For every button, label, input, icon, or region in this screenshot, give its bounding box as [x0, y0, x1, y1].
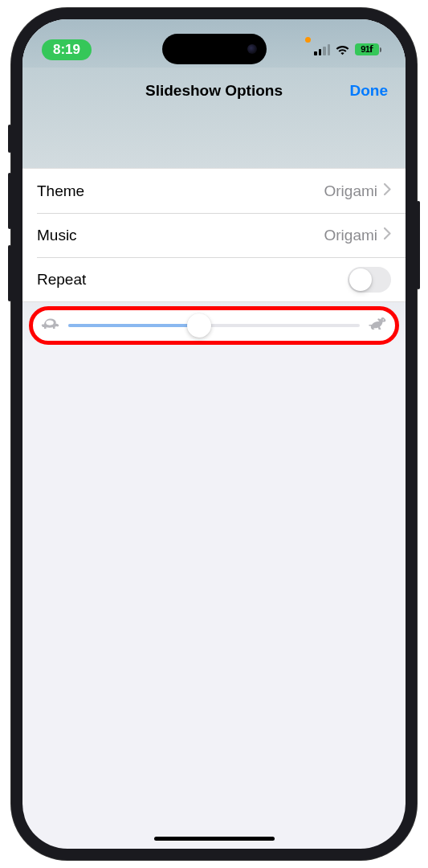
cellular-signal-icon [314, 44, 330, 55]
status-time: 8:19 [42, 39, 92, 60]
volume-up-button [8, 173, 11, 229]
toggle-knob [349, 268, 372, 291]
battery-indicator: 91𝗳 [355, 43, 381, 55]
music-value: Origami [324, 227, 377, 244]
power-button [417, 201, 420, 289]
home-indicator[interactable] [154, 837, 275, 841]
header-area: 8:19 91𝗳 [22, 19, 406, 345]
repeat-toggle[interactable] [348, 267, 391, 293]
content-area: Theme Origami Music Origami [22, 124, 406, 345]
speed-slider-row [41, 317, 387, 334]
slider-fill [68, 324, 199, 327]
screen: 8:19 91𝗳 [22, 19, 406, 849]
turtle-icon [41, 317, 60, 334]
volume-down-button [8, 245, 11, 301]
slider-thumb[interactable] [187, 313, 211, 338]
done-button[interactable]: Done [350, 82, 389, 100]
theme-label: Theme [37, 182, 324, 200]
device-frame: 8:19 91𝗳 [11, 8, 417, 860]
music-label: Music [37, 227, 324, 244]
rabbit-icon [368, 317, 387, 334]
speed-slider[interactable] [68, 324, 360, 327]
theme-value: Origami [324, 182, 377, 200]
mute-switch [8, 125, 11, 153]
repeat-row: Repeat [22, 257, 406, 301]
chevron-right-icon [384, 183, 391, 199]
theme-row[interactable]: Theme Origami [22, 169, 406, 213]
chevron-right-icon [384, 227, 391, 243]
music-row[interactable]: Music Origami [22, 213, 406, 257]
options-list: Theme Origami Music Origami [22, 168, 406, 302]
speed-slider-highlight [29, 306, 399, 345]
privacy-dot-icon [305, 37, 311, 43]
front-camera-icon [247, 44, 257, 54]
page-title: Slideshow Options [145, 82, 283, 100]
battery-text: 91𝗳 [361, 44, 373, 55]
nav-header: Slideshow Options Done [22, 68, 406, 124]
status-indicators: 91𝗳 [314, 43, 381, 55]
repeat-label: Repeat [37, 271, 348, 289]
dynamic-island [162, 34, 267, 64]
wifi-icon [335, 44, 350, 55]
